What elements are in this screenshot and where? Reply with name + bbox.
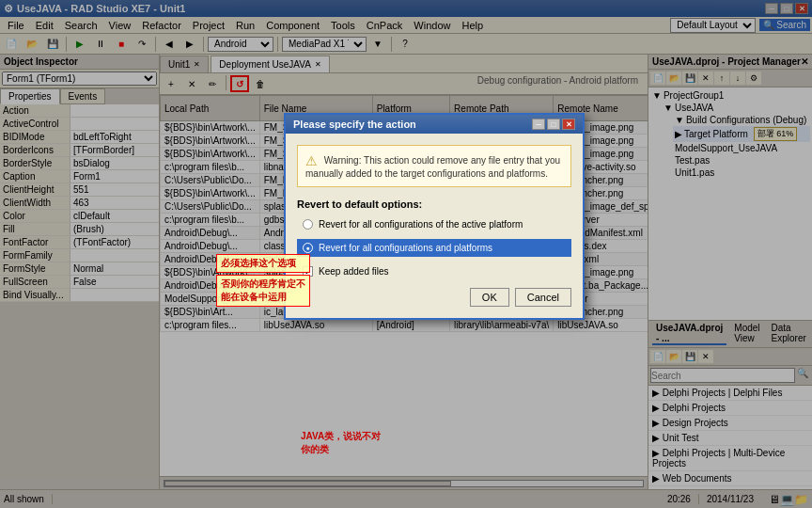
annotation-dialog2: 否则你的程序肯定不能在设备中运用 xyxy=(216,275,310,307)
dialog-body: ⚠ Warning: This action could remove any … xyxy=(286,134,583,318)
dialog-revert-label: Revert to default options: xyxy=(297,198,571,210)
dialog-title-buttons: ─ □ ✕ xyxy=(532,119,575,130)
annotation-container: 必须选择这个选项 否则你的程序肯定不能在设备中运用 xyxy=(216,254,310,307)
dialog-warning-text: ⚠ Warning: This action could remove any … xyxy=(297,145,571,187)
dialog-maximize-btn[interactable]: □ xyxy=(547,119,560,130)
annotation-dialog1: 必须选择这个选项 xyxy=(216,254,310,273)
annotation-bottom-container: JAVA类，说说不对你的类 xyxy=(301,430,381,456)
dialog-minimize-btn[interactable]: ─ xyxy=(532,119,545,130)
dialog-keepfiles-label: Keep added files xyxy=(319,266,389,277)
dialog-please-specify: Please specify the action ─ □ ✕ ⚠ Warnin… xyxy=(284,113,585,320)
dialog-ok-button[interactable]: OK xyxy=(470,288,509,307)
dialog-cancel-button[interactable]: Cancel xyxy=(515,288,571,307)
dialog-option2-label: Revert for all configurations and platfo… xyxy=(319,243,492,253)
dialog-option1-radio[interactable] xyxy=(303,219,313,230)
dialog-option1-label: Revert for all configurations of the act… xyxy=(319,219,523,230)
dialog-warning-icon: ⚠ xyxy=(305,153,318,168)
dialog-title-bar: Please specify the action ─ □ ✕ xyxy=(286,115,583,134)
dialog-option2-row[interactable]: Revert for all configurations and platfo… xyxy=(297,239,571,257)
dialog-overlay[interactable]: 必须选择这个选项 否则你的程序肯定不能在设备中运用 JAVA类，说说不对你的类 … xyxy=(0,0,812,508)
dialog-buttons: OK Cancel xyxy=(297,288,571,307)
dialog-option2-radio[interactable] xyxy=(303,243,313,253)
dialog-keepfiles-row[interactable]: ✓ Keep added files xyxy=(297,262,571,280)
dialog-warning-label: Warning: This action could remove any fi… xyxy=(305,155,560,179)
dialog-option1-row[interactable]: Revert for all configurations of the act… xyxy=(297,215,571,233)
dialog-close-btn[interactable]: ✕ xyxy=(562,119,575,130)
annotation-bottom: JAVA类，说说不对你的类 xyxy=(301,430,381,456)
dialog-title-label: Please specify the action xyxy=(293,119,416,130)
